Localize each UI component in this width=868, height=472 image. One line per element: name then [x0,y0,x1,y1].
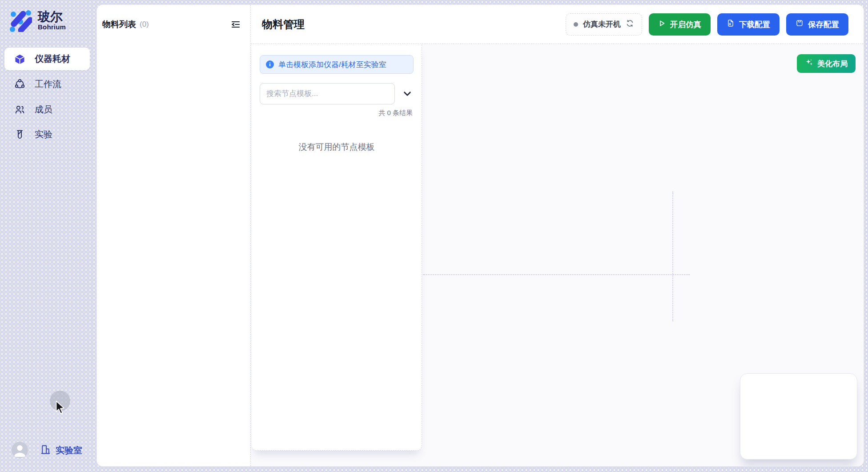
template-hint-banner[interactable]: i 单击模板添加仪器/耗材至实验室 [260,55,414,74]
building-icon [40,444,51,457]
app-window: 物料列表 (0) 物料管理 仿真未开机 [96,4,864,467]
beautify-layout-label: 美化布局 [817,59,848,69]
workflow-icon [14,79,25,89]
beautify-layout-button[interactable]: 美化布局 [797,54,856,73]
save-config-button[interactable]: 保存配置 [786,13,848,36]
material-list-title: 物料列表 [102,19,136,30]
user-avatar[interactable] [12,442,28,458]
sidebar-item-label: 实验 [35,128,52,140]
simulation-status-pill[interactable]: 仿真未开机 [566,13,642,36]
material-list-count: (0) [140,20,149,29]
lab-entry-label: 实验室 [56,444,82,456]
brand-name-en: Bohrium [38,23,66,31]
brand-name: 玻尔 Bohrium [38,10,66,31]
sidebar-item-label: 工作流 [35,78,61,90]
material-list-header: 物料列表 (0) [97,5,250,44]
play-icon [658,20,666,29]
test-tube-icon [14,129,25,140]
minimap-panel[interactable] [740,373,857,460]
start-simulation-button[interactable]: 开启仿真 [649,13,711,36]
sidebar-item-workflow[interactable]: 工作流 [4,73,90,95]
refresh-icon[interactable] [626,19,634,29]
sidebar: 玻尔 Bohrium 仪器耗材 工作流 [0,0,96,472]
start-simulation-label: 开启仿真 [670,19,701,30]
canvas-guide-horizontal [423,274,690,275]
simulation-status-text: 仿真未开机 [583,19,621,29]
template-search-input[interactable] [260,83,395,104]
empty-templates-message: 没有可用的节点模板 [252,141,422,153]
page-title: 物料管理 [262,17,305,32]
template-panel: i 单击模板添加仪器/耗材至实验室 共 0 条结果 没有可用的节点模板 [252,44,422,451]
collapse-list-icon[interactable] [230,19,241,30]
material-list-panel: 物料列表 (0) [97,5,251,466]
template-hint-text: 单击模板添加仪器/耗材至实验室 [278,60,386,70]
lab-entry[interactable]: 实验室 [40,444,82,457]
sparkles-icon [805,58,813,69]
brand-name-zh: 玻尔 [38,10,66,23]
main-header: 物料管理 仿真未开机 开启仿真 [251,5,864,44]
bohrium-logo-icon [7,7,32,34]
workspace-canvas[interactable]: i 单击模板添加仪器/耗材至实验室 共 0 条结果 没有可用的节点模板 [251,44,864,466]
canvas-guide-vertical [672,192,673,321]
download-config-button[interactable]: 下载配置 [717,13,780,36]
mouse-cursor [55,400,66,418]
sidebar-item-instruments[interactable]: 仪器耗材 [4,48,90,70]
chevron-down-icon[interactable] [401,88,414,100]
download-config-label: 下载配置 [739,19,770,30]
info-icon: i [266,60,274,68]
template-search-row [260,83,414,104]
cube-icon [14,54,25,64]
file-download-icon [727,19,735,29]
sidebar-item-members[interactable]: 成员 [4,98,90,120]
save-icon [796,19,804,29]
sidebar-item-experiments[interactable]: 实验 [4,123,90,145]
results-count: 共 0 条结果 [261,109,413,117]
brand-logo-row[interactable]: 玻尔 Bohrium [7,7,66,34]
members-icon [14,104,25,115]
save-config-label: 保存配置 [808,19,839,30]
status-dot-icon [574,22,578,27]
sidebar-item-label: 仪器耗材 [35,53,70,65]
sidebar-item-label: 成员 [35,104,52,116]
